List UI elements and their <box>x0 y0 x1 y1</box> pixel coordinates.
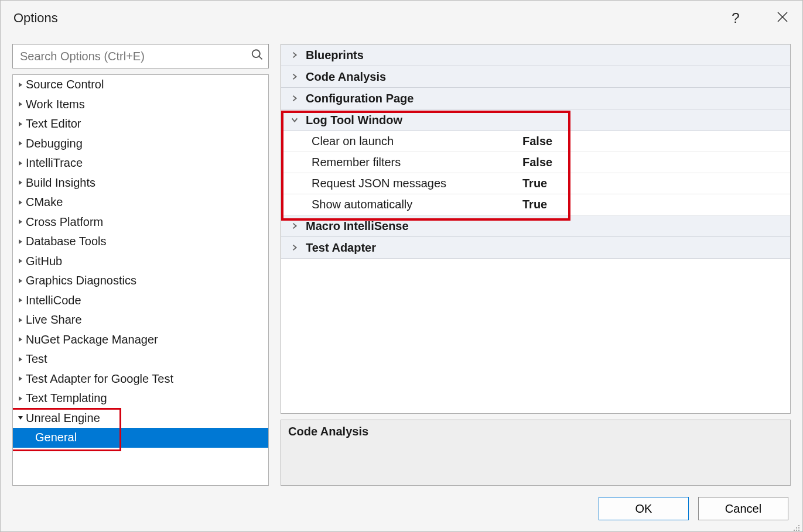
footer: OK Cancel <box>1 486 802 531</box>
tree-item[interactable]: IntelliTrace <box>13 153 268 173</box>
category-row[interactable]: Macro IntelliSense <box>281 215 790 237</box>
tree-item-label: Text Editor <box>26 117 81 131</box>
dialog-title: Options <box>13 11 58 26</box>
tree-item[interactable]: Text Editor <box>13 114 268 134</box>
tree-item-label: Graphics Diagnostics <box>26 274 136 287</box>
tree-item-label: Database Tools <box>26 235 107 248</box>
tree-item-label: IntelliTrace <box>26 156 83 170</box>
chevron-right-icon[interactable] <box>16 82 25 88</box>
dialog-body: Source ControlWork ItemsText EditorDebug… <box>1 36 802 486</box>
tree-item[interactable]: Debugging <box>13 134 268 154</box>
titlebar: Options ? <box>1 1 802 36</box>
tree-item[interactable]: Test Adapter for Google Test <box>13 369 268 389</box>
resize-grip-icon[interactable] <box>792 521 800 529</box>
chevron-right-icon[interactable] <box>288 243 301 252</box>
property-label: Request JSON messages <box>281 177 521 190</box>
category-label: Log Tool Window <box>306 114 402 127</box>
property-value[interactable]: False <box>521 156 790 169</box>
category-label: Test Adapter <box>306 241 376 255</box>
svg-point-7 <box>798 530 799 531</box>
tree-item[interactable]: Text Templating <box>13 389 268 409</box>
property-value[interactable]: True <box>521 198 790 211</box>
chevron-right-icon[interactable] <box>288 222 301 230</box>
cancel-button[interactable]: Cancel <box>698 497 788 520</box>
chevron-right-icon[interactable] <box>16 337 25 342</box>
tree-container: Source ControlWork ItemsText EditorDebug… <box>12 74 269 486</box>
chevron-right-icon[interactable] <box>16 160 25 166</box>
tree-item-label: Test Adapter for Google Test <box>26 372 173 386</box>
search-icon[interactable] <box>251 49 264 64</box>
category-label: Macro IntelliSense <box>306 219 409 233</box>
close-icon[interactable] <box>771 10 794 26</box>
chevron-right-icon[interactable] <box>16 180 25 186</box>
tree-item-label: Cross Platform <box>26 215 103 229</box>
property-row[interactable]: Request JSON messagesTrue <box>281 173 790 194</box>
search-input[interactable] <box>19 49 245 64</box>
chevron-right-icon[interactable] <box>16 297 25 303</box>
tree-item-label: Work Items <box>26 98 85 111</box>
tree-item[interactable]: Work Items <box>13 95 268 115</box>
category-row[interactable]: Test Adapter <box>281 237 790 259</box>
tree-item[interactable]: Unreal Engine <box>13 409 268 428</box>
property-value[interactable]: False <box>521 135 790 148</box>
chevron-down-icon[interactable] <box>16 415 25 421</box>
tree-item-label: GitHub <box>26 255 62 268</box>
tree-item-label: Source Control <box>26 78 104 91</box>
category-row[interactable]: Blueprints <box>281 44 790 66</box>
ok-button[interactable]: OK <box>599 497 689 520</box>
tree-item[interactable]: Cross Platform <box>13 212 268 232</box>
window-controls: ? <box>724 10 794 26</box>
chevron-right-icon[interactable] <box>16 140 25 146</box>
left-pane: Source ControlWork ItemsText EditorDebug… <box>12 44 269 486</box>
property-row[interactable]: Clear on launchFalse <box>281 131 790 152</box>
chevron-right-icon[interactable] <box>16 258 25 264</box>
tree-item[interactable]: Source Control <box>13 75 268 95</box>
tree-item[interactable]: Graphics Diagnostics <box>13 271 268 291</box>
chevron-right-icon[interactable] <box>16 219 25 225</box>
tree-child-item[interactable]: General <box>13 428 268 448</box>
tree-item[interactable]: NuGet Package Manager <box>13 330 268 350</box>
chevron-down-icon[interactable] <box>288 116 301 124</box>
svg-point-5 <box>794 530 795 531</box>
chevron-right-icon[interactable] <box>16 239 25 245</box>
tree-item[interactable]: Database Tools <box>13 232 268 252</box>
tree-item-label: Test <box>26 352 47 366</box>
property-value[interactable]: True <box>521 177 790 190</box>
property-row[interactable]: Show automaticallyTrue <box>281 194 790 215</box>
category-row[interactable]: Code Analysis <box>281 66 790 88</box>
chevron-right-icon[interactable] <box>16 121 25 127</box>
chevron-right-icon[interactable] <box>288 94 301 102</box>
svg-point-4 <box>798 527 799 528</box>
chevron-right-icon[interactable] <box>16 200 25 205</box>
tree-item[interactable]: Build Insights <box>13 173 268 193</box>
category-label: Code Analysis <box>306 70 386 84</box>
tree-item-label: Build Insights <box>26 176 95 190</box>
help-icon[interactable]: ? <box>724 10 747 26</box>
chevron-right-icon[interactable] <box>288 51 301 59</box>
tree-item[interactable]: IntelliCode <box>13 291 268 311</box>
tree-item-label: Unreal Engine <box>26 411 100 425</box>
chevron-right-icon[interactable] <box>288 73 301 81</box>
chevron-right-icon[interactable] <box>16 376 25 382</box>
options-dialog: Options ? Source ControlWork ItemsText E… <box>0 0 803 532</box>
tree-item[interactable]: Test <box>13 349 268 369</box>
svg-point-2 <box>798 525 799 526</box>
tree-item-label: NuGet Package Manager <box>26 333 158 346</box>
chevron-right-icon[interactable] <box>16 101 25 107</box>
tree-item[interactable]: Live Share <box>13 310 268 330</box>
category-row[interactable]: Log Tool Window <box>281 109 790 131</box>
tree-item[interactable]: CMake <box>13 193 268 212</box>
chevron-right-icon[interactable] <box>16 317 25 323</box>
category-label: Configuration Page <box>306 92 414 105</box>
tree-item[interactable]: GitHub <box>13 252 268 272</box>
chevron-right-icon[interactable] <box>16 278 25 284</box>
description-panel: Code Analysis <box>281 420 791 486</box>
property-label: Show automatically <box>281 198 521 211</box>
tree-scroll[interactable]: Source ControlWork ItemsText EditorDebug… <box>13 75 268 485</box>
chevron-right-icon[interactable] <box>16 396 25 401</box>
chevron-right-icon[interactable] <box>16 356 25 362</box>
category-label: Blueprints <box>306 49 364 62</box>
category-row[interactable]: Configuration Page <box>281 88 790 109</box>
search-wrap <box>12 44 269 68</box>
property-row[interactable]: Remember filtersFalse <box>281 152 790 173</box>
